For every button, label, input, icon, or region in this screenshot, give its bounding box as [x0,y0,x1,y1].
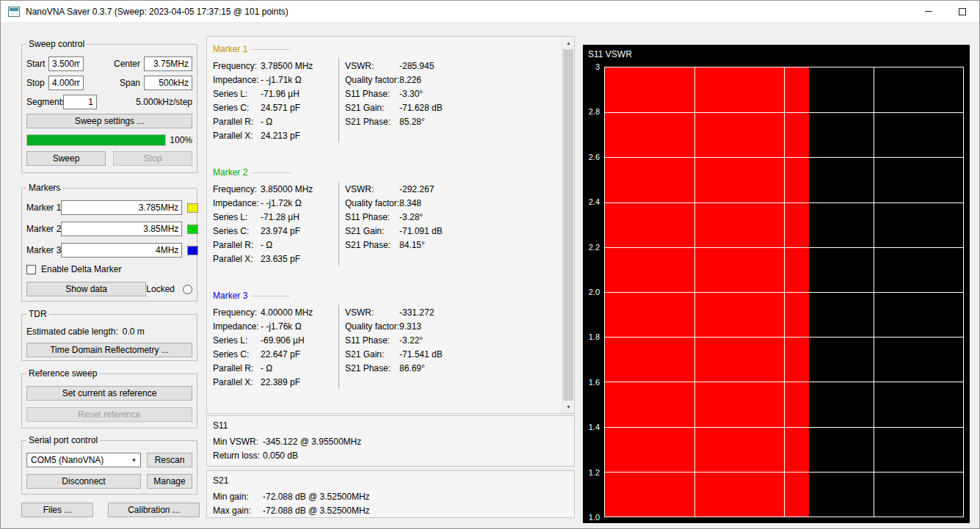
marker-2-color-swatch[interactable] [187,225,198,234]
cable-length-value: 0.0 m [123,326,145,337]
locked-radio[interactable] [183,285,192,294]
sweep-center-input[interactable] [144,56,192,71]
sweep-start-input[interactable] [48,56,84,71]
serial-port-group-title: Serial port control [26,435,100,445]
stop-label: Stop [26,78,48,88]
show-data-button[interactable]: Show data [26,282,146,296]
return-loss-value: 0.050 dB [263,450,298,461]
disconnect-button[interactable]: Disconnect [26,474,141,489]
frequency-value: 3.78500 MHz [261,61,313,71]
sweep-control-group-title: Sweep control [26,39,87,49]
vswr-label: VSWR: [345,307,399,318]
series-c-label: Series C: [213,226,261,236]
series-c-value: 24.571 pF [261,103,300,113]
reset-reference-button: Reset reference [26,407,192,422]
min-gain-label: Min gain: [213,492,263,502]
app-icon [8,7,20,17]
marker-1-color-swatch[interactable] [187,203,198,213]
manage-button[interactable]: Manage [147,474,192,489]
marker-2-data-block: Marker 2 Frequency:3.85000 MHz Impedance… [213,167,562,266]
minimize-button[interactable] [912,1,945,23]
s11-summary-panel: S11 Min VSWR:-345.122 @ 3.95500MHz Retur… [206,415,575,467]
divider [251,49,291,50]
frequency-label: Frequency: [213,184,261,194]
s21-phase-value: 84.15° [399,240,425,250]
marker-data-scroll-area: Marker 1 Frequency:3.78500 MHz Impedance… [207,37,562,413]
marker-3-data-title: Marker 3 [213,291,247,301]
scroll-up-icon[interactable]: ▲ [562,37,575,49]
s11-phase-value: -3.28° [399,212,423,222]
s11-vswr-chart: S11 VSWR 32.82.62.42.22.01.81.61.41.21.0 [583,45,970,523]
reference-sweep-group: Reference sweep Set current as reference… [21,373,197,428]
marker-2-frequency-input[interactable] [61,222,182,236]
enable-delta-marker-checkbox[interactable] [26,265,36,274]
s21-gain-label: S21 Gain: [345,103,399,113]
parallel-r-value: - Ω [261,363,272,373]
impedance-value: - -j1.76k Ω [261,321,302,332]
marker-1-frequency-input[interactable] [61,200,182,215]
quality-factor-label: Quality factor: [345,198,399,208]
impedance-label: Impedance: [213,321,261,332]
markers-group: Markers Marker 1 Marker 2 Marker 3 Enabl… [21,188,197,302]
impedance-label: Impedance: [213,75,261,85]
marker-3-color-swatch[interactable] [187,246,198,255]
cable-length-label: Estimated cable length: [26,326,118,337]
s21-phase-label: S21 Phase: [345,363,399,373]
s21-gain-value: -71.628 dB [399,103,443,113]
scroll-down-icon[interactable]: ▼ [562,401,575,413]
set-current-as-reference-button[interactable]: Set current as reference [26,386,192,401]
marker-2-label: Marker 2 [26,224,61,234]
segments-input[interactable] [63,95,97,109]
marker-3-data-block: Marker 3 Frequency:4.00000 MHz Impedance… [213,291,562,389]
sweep-stop-input[interactable] [48,76,84,90]
chart-plot-area [604,67,964,517]
footer-buttons: Files ... Calibration ... [21,503,200,517]
series-l-value: -69.906 µH [261,335,305,346]
marker-1-label: Marker 1 [26,203,61,213]
divider [251,172,291,173]
stop-button: Stop [113,151,192,166]
span-label: Span [120,78,140,88]
quality-factor-value: 8.226 [399,75,421,85]
time-domain-reflectometry-button[interactable]: Time Domain Reflectometry ... [26,343,192,357]
titlebar: NanoVNA Saver 0.3.7 (Sweep: 2023-04-05 1… [1,1,979,23]
s21-summary-panel: S21 Min gain:-72.088 dB @ 3.52500MHz Max… [206,470,575,518]
vswr-value: -292.267 [399,184,434,194]
series-l-label: Series L: [213,212,261,222]
s21-phase-value: 86.69° [399,363,425,373]
frequency-label: Frequency: [213,307,261,318]
s11-title: S11 [213,420,568,431]
markers-scrollbar[interactable]: ▲ ▼ [562,37,574,413]
tdr-group: TDR Estimated cable length:0.0 m Time Do… [21,314,197,361]
quality-factor-label: Quality factor: [345,75,399,85]
marker-1-data-block: Marker 1 Frequency:3.78500 MHz Impedance… [213,44,562,142]
series-c-value: 23.974 pF [261,226,300,236]
chart-title: S11 VSWR [588,49,632,59]
calibration-button[interactable]: Calibration ... [108,503,200,517]
s11-phase-label: S11 Phase: [345,212,399,222]
frequency-value: 4.00000 MHz [261,307,313,318]
rescan-button[interactable]: Rescan [147,453,192,467]
minimize-icon [925,11,932,12]
parallel-r-value: - Ω [261,117,272,127]
impedance-value: - -j1.71k Ω [261,75,302,85]
marker-3-label: Marker 3 [26,245,61,255]
sweep-settings-button[interactable]: Sweep settings ... [26,114,192,128]
marker-2-data-title: Marker 2 [213,167,247,178]
frequency-value: 3.85000 MHz [261,184,313,194]
marker-3-frequency-input[interactable] [61,243,182,258]
files-button[interactable]: Files ... [21,503,93,517]
s11-phase-value: -3.22° [399,335,423,346]
sweep-span-input[interactable] [144,76,192,90]
markers-group-title: Markers [26,183,62,193]
min-gain-value: -72.088 dB @ 3.52500MHz [263,492,370,502]
sweep-button[interactable]: Sweep [26,151,106,166]
frequency-label: Frequency: [213,61,261,71]
maximize-button[interactable] [945,1,979,23]
serial-port-select[interactable]: COM5 (NanoVNA) ▼ [26,453,141,467]
quality-factor-value: 8.348 [399,198,421,208]
s21-title: S21 [213,475,568,486]
serial-port-group: Serial port control COM5 (NanoVNA) ▼ Res… [21,440,197,495]
s21-gain-label: S21 Gain: [345,349,399,360]
scrollbar-thumb[interactable] [563,49,573,401]
